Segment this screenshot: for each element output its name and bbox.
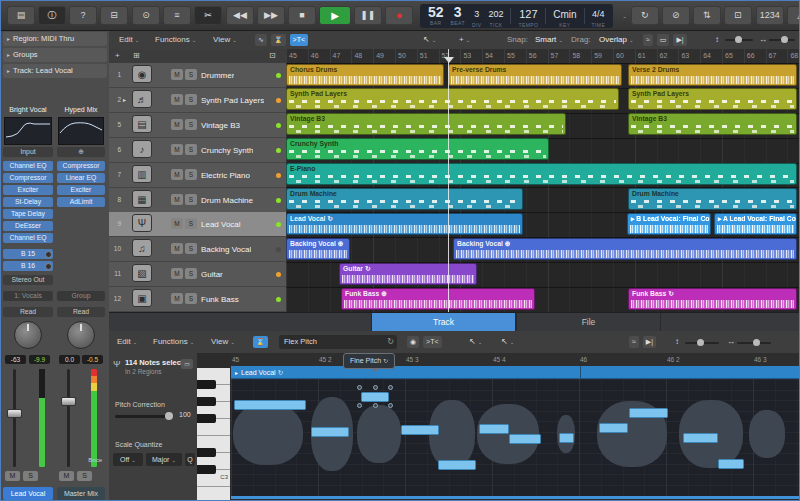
automation-mode-slot[interactable]: Read: [57, 307, 105, 317]
pan-knob[interactable]: [67, 321, 95, 349]
solo-button[interactable]: S: [23, 471, 38, 481]
track-header-crunchy-synth[interactable]: 6♪MSCrunchy Synth: [109, 138, 286, 163]
solo-button[interactable]: S: [185, 293, 197, 304]
plugin-slot-compressor[interactable]: Compressor: [57, 161, 105, 171]
playhead-line[interactable]: [448, 49, 449, 312]
strip-name[interactable]: Lead Vocal: [3, 487, 53, 500]
lcd-tick-value[interactable]: 202: [488, 3, 503, 22]
piano-black-key[interactable]: [197, 397, 216, 406]
region-guitar[interactable]: Guitar ↻: [339, 263, 477, 285]
send-slot-b-16[interactable]: B 16: [3, 261, 53, 271]
region-synth-pad-layers[interactable]: Synth Pad Layers: [286, 88, 619, 110]
automation-mode-slot[interactable]: Read: [3, 307, 53, 317]
fader-cap[interactable]: [61, 397, 76, 406]
flex-mode-selector[interactable]: Flex Pitch ↻: [279, 335, 397, 349]
midi-in-icon[interactable]: ◉: [407, 336, 419, 348]
pan-value[interactable]: -63: [5, 355, 26, 364]
mute-button[interactable]: M: [171, 69, 183, 80]
eq-thumbnail[interactable]: [58, 117, 104, 145]
track-header-lead-vocal[interactable]: 9ΨMSLead Vocal: [109, 212, 286, 237]
pitch-correction-thumb[interactable]: [165, 412, 173, 420]
scale-root-select[interactable]: Off⌄: [113, 453, 143, 466]
lcd-tick[interactable]: 202 TICK: [488, 3, 503, 28]
horizontal-zoom-icon[interactable]: ↔: [727, 337, 735, 346]
flex-pitch-note-selected[interactable]: [361, 392, 389, 402]
track-inspector-header[interactable]: ▸Track: Lead Vocal: [3, 64, 107, 78]
flex-pitch-note[interactable]: [509, 434, 541, 444]
note-hotspot[interactable]: [388, 385, 393, 390]
region-funk-bass[interactable]: Funk Bass ⊕: [341, 288, 535, 310]
catch-playhead-icon[interactable]: ▶|: [673, 34, 686, 46]
solo-button[interactable]: S: [77, 471, 92, 481]
slider-thumb[interactable]: [753, 339, 760, 346]
catch-playhead-icon[interactable]: ▶|: [643, 336, 656, 348]
editors-icon[interactable]: ✂: [194, 6, 222, 25]
region-backing-vocal[interactable]: Backing Vocal ⊕: [286, 238, 350, 260]
lcd-beat[interactable]: 3 BEAT: [451, 5, 465, 26]
toolbar-icon[interactable]: ⊟: [100, 6, 128, 25]
metronome-icon[interactable]: △: [787, 6, 800, 25]
forward-button[interactable]: ▶▶: [257, 6, 285, 25]
plugin-slot-channel-eq[interactable]: Channel EQ: [3, 161, 53, 171]
rewind-button[interactable]: ◀◀: [226, 6, 254, 25]
slider-thumb[interactable]: [697, 339, 704, 346]
lcd-time-signature[interactable]: 4/4 TIME: [592, 3, 606, 28]
solo-button[interactable]: S: [185, 218, 197, 229]
plugin-slot-compressor[interactable]: Compressor: [3, 173, 53, 183]
tab-track[interactable]: Track: [371, 313, 516, 331]
disclosure-icon[interactable]: ▸: [7, 68, 10, 74]
solo-button[interactable]: S: [185, 94, 197, 105]
low-latency-icon[interactable]: ⊡: [724, 6, 752, 25]
flex-icon[interactable]: ⌛: [271, 34, 286, 46]
plugin-slot-adlimit[interactable]: AdLimit: [57, 197, 105, 207]
lcd-key-value[interactable]: Cmin: [553, 3, 576, 22]
mute-button[interactable]: M: [171, 119, 183, 130]
refresh-icon[interactable]: ↻: [387, 335, 394, 349]
solo-button[interactable]: S: [185, 194, 197, 205]
flex-pitch-note[interactable]: [234, 400, 306, 410]
lcd-bar-value[interactable]: 52: [428, 5, 444, 20]
pan-value[interactable]: 0.0: [59, 355, 80, 364]
piano-black-key[interactable]: [197, 414, 216, 423]
piano-black-key[interactable]: [197, 448, 216, 457]
region-drum-machine[interactable]: Drum Machine: [286, 188, 523, 210]
waveform-zoom-icon[interactable]: ≈: [643, 34, 653, 46]
strip-title[interactable]: Hyped Mix: [57, 105, 105, 115]
secondary-tool-selector[interactable]: ↖⌄: [501, 337, 514, 346]
piano-white-key[interactable]: [197, 487, 230, 501]
lcd-beat-value[interactable]: 3: [451, 5, 465, 20]
solo-button[interactable]: S: [185, 169, 197, 180]
track-header-guitar[interactable]: 11▧MSGuitar: [109, 262, 286, 287]
lcd-display[interactable]: 52 BAR 3 BEAT 3 DIV 202 TICK 127 TEMPO: [420, 4, 613, 28]
waveform-zoom-icon[interactable]: ≈: [629, 336, 639, 348]
mute-button[interactable]: M: [171, 218, 183, 229]
flex-pitch-note[interactable]: [629, 408, 668, 418]
vertical-zoom-icon[interactable]: ↕: [715, 35, 719, 44]
vertical-zoom-slider[interactable]: [685, 342, 719, 344]
disclosure-icon[interactable]: ▸: [7, 36, 10, 42]
region-pre-verse-drums[interactable]: Pre-verse Drums: [448, 64, 622, 86]
disclosure-icon[interactable]: ▸: [123, 96, 126, 103]
mute-button[interactable]: M: [5, 471, 20, 481]
send-slot-b-15[interactable]: B 15: [3, 249, 53, 259]
eq-thumbnail[interactable]: [4, 117, 52, 145]
solo-button[interactable]: S: [185, 144, 197, 155]
mute-button[interactable]: M: [171, 293, 183, 304]
view-menu[interactable]: View⌄: [213, 35, 237, 44]
region-chorus-drums[interactable]: Chorus Drums: [286, 64, 444, 86]
note-hotspot[interactable]: [373, 385, 378, 390]
edit-menu[interactable]: Edit⌄: [119, 35, 139, 44]
fader-cap[interactable]: [7, 409, 22, 418]
gain-slot[interactable]: ⊕: [57, 147, 105, 157]
note-hotspot[interactable]: [373, 403, 378, 408]
region-box-icon[interactable]: ▭: [181, 359, 193, 369]
solo-button[interactable]: S: [185, 69, 197, 80]
track-header-drum-machine[interactable]: 8▦MSDrum Machine: [109, 188, 286, 213]
groups-inspector-header[interactable]: ▸Groups: [3, 48, 107, 62]
lcd-tempo-value[interactable]: 127: [518, 3, 538, 22]
vertical-zoom-slider[interactable]: [725, 39, 753, 41]
region-lead-vocal-final-co[interactable]: ▸ A Lead Vocal: Final Co: [714, 213, 797, 235]
plugin-slot-linear-eq[interactable]: Linear EQ: [57, 173, 105, 183]
automation-icon[interactable]: ∿: [255, 34, 267, 46]
flex-icon[interactable]: ⌛: [253, 336, 268, 348]
